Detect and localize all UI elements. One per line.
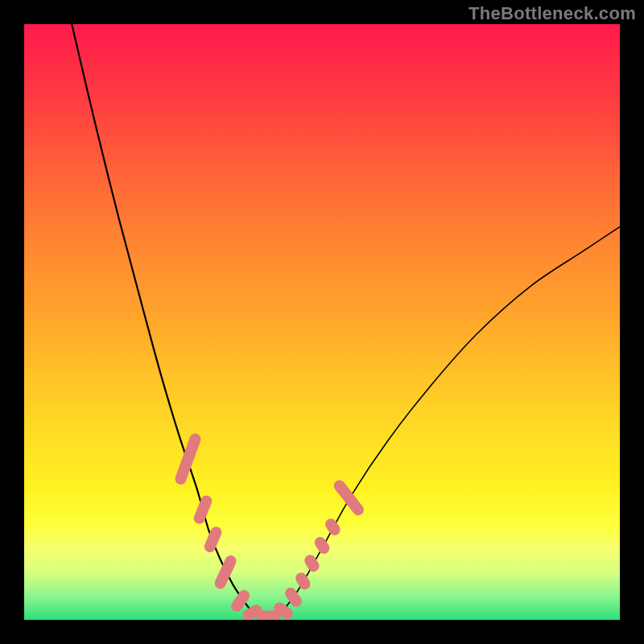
- curve-layer: [24, 24, 620, 620]
- curve-marker: [283, 585, 303, 609]
- curve-right-branch: [280, 227, 620, 614]
- curve-marker: [312, 535, 332, 555]
- marker-group: [174, 432, 366, 620]
- curve-marker: [192, 493, 214, 526]
- curve-marker: [323, 516, 342, 537]
- curve-marker: [213, 554, 237, 591]
- chart-frame: TheBottleneck.com: [0, 0, 644, 644]
- watermark-text: TheBottleneck.com: [469, 3, 636, 24]
- curve-left-branch: [72, 24, 254, 614]
- plot-area: [24, 24, 620, 620]
- curve-marker: [203, 525, 224, 554]
- curve-marker: [332, 478, 366, 518]
- curve-marker: [174, 432, 203, 486]
- curve-marker: [294, 571, 313, 592]
